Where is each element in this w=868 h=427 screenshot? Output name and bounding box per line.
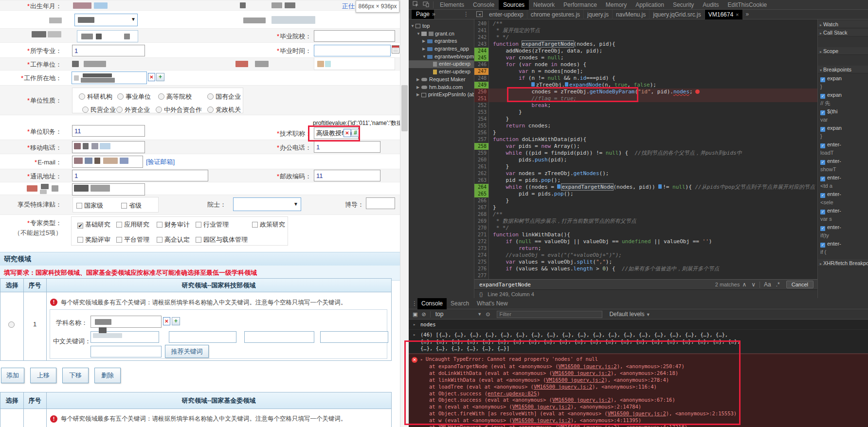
code-line-276[interactable]: 276 if (values && values.length > 0) { /… <box>474 266 817 272</box>
file-tab-jquery.jqGrid.src.js[interactable]: jquery.jqGrid.src.js <box>650 10 705 19</box>
code-line-269[interactable]: 269 * 数据和树节点同步展示，打开当前数据节点的所有父节点 <box>474 218 817 225</box>
code-line-248[interactable]: 248 if (n != null && n.id===pid) { <box>474 75 817 82</box>
recommend-keywords-button[interactable]: 推荐关键词 <box>165 345 209 358</box>
unit-nature-option-民营企业[interactable]: 民营企业 <box>82 106 116 114</box>
expert-type-option-园区与载体管理[interactable]: 园区与载体管理 <box>196 235 248 244</box>
tree-item-hm.baidu.com[interactable]: ▶hm.baidu.com <box>409 84 474 91</box>
breakpoint-checkbox[interactable]: ✓ <box>820 193 825 198</box>
breakpoint-item[interactable]: ✓enter- <box>818 190 868 198</box>
tree-item-printExpPsnInfo (abou[interactable]: ▶printExpPsnInfo (abou <box>409 91 474 99</box>
devtools-tab-memory[interactable]: Memory <box>601 0 631 10</box>
scrollbar-thumb[interactable] <box>401 85 408 131</box>
line-number[interactable]: 251 <box>474 95 489 102</box>
live-expression-icon[interactable]: ⊙ <box>486 311 490 318</box>
device-toolbar-icon[interactable] <box>423 1 429 8</box>
code-line-241[interactable]: 241 * 展开指定的节点 <box>474 27 817 34</box>
unit-nature-option-国有企业[interactable]: 国有企业 <box>207 92 241 101</box>
devtools-tab-performance[interactable]: Performance <box>559 0 601 10</box>
code-line-266[interactable]: 266 } <box>474 197 817 204</box>
picker-add-icon[interactable]: + <box>156 73 164 81</box>
navigator-overflow-icon[interactable]: » <box>432 11 435 18</box>
search-next-icon[interactable]: ∨ <box>751 281 756 288</box>
format-icon[interactable]: {} <box>479 291 483 297</box>
calendar-icon[interactable] <box>392 45 399 53</box>
breakpoint-item[interactable]: ✓expan <box>818 124 868 132</box>
sidebar-pane-scope[interactable]: ▸Scope <box>818 47 868 55</box>
sidebar-pane-breakpoints[interactable]: ▾Breakpoints <box>818 66 868 73</box>
console-entry-array[interactable]: ▸ (46) [{…}, {…}, {…}, {…}, {…}, {…}, {…… <box>409 330 868 354</box>
zip-input[interactable] <box>314 170 380 181</box>
code-line-263[interactable]: 263 pid = pids.pop(); <box>474 177 817 184</box>
tree-item-enter-updexp[interactable]: enter-updexp <box>409 68 474 76</box>
code-line-242[interactable]: 242 * */ <box>474 34 817 41</box>
breakpoint-checkbox[interactable]: ✓ <box>820 226 825 231</box>
breakpoint-item[interactable]: if ( <box>818 248 868 256</box>
code-line-256[interactable]: 256} <box>474 129 817 136</box>
tree-item-grant.cn[interactable]: ▼grant.cn <box>409 30 474 38</box>
line-number[interactable]: 264 <box>474 184 489 191</box>
code-line-253[interactable]: 253 } <box>474 109 817 116</box>
unit-nature-option-高等院校[interactable]: 高等院校 <box>158 92 192 101</box>
expand-icon[interactable]: ▸ <box>413 321 416 328</box>
code-line-270[interactable]: 270 * */ <box>474 225 817 231</box>
line-number[interactable]: 269 <box>474 218 489 225</box>
tree-item-egrantres[interactable]: ▶egrantres <box>409 37 474 45</box>
line-number[interactable]: 245 <box>474 54 489 61</box>
breakpoint-checkbox[interactable]: ✓ <box>820 110 825 115</box>
office-phone-input[interactable] <box>314 141 380 153</box>
console-error-entry[interactable]: ✕ ▸ Uncaught TypeError: Cannot read prop… <box>409 354 868 427</box>
search-cancel-button[interactable]: Cancel <box>786 281 814 288</box>
unit-nature-option-中外合资合作[interactable]: 中外合资合作 <box>156 106 202 114</box>
code-line-250[interactable]: 250 cnodes = zTreeObj.getNodeByParam("id… <box>474 89 817 95</box>
expert-type-option-平台管理[interactable]: 平台管理 <box>116 235 149 244</box>
code-line-252[interactable]: 252 break; <box>474 102 817 109</box>
collapse-icon[interactable]: ▸ <box>413 331 416 338</box>
sidebar-pane-watch[interactable]: ▸Watch <box>818 20 868 28</box>
breakpoint-item[interactable]: // 先 <box>818 99 868 107</box>
code-line-275[interactable]: 275 var values = valueObj.split(","); <box>474 259 817 266</box>
clear-icon[interactable]: ✕ <box>148 73 155 81</box>
breakpoint-checkbox[interactable]: ✓ <box>820 77 825 82</box>
close-tab-icon[interactable]: × <box>736 10 739 19</box>
breakpoint-item[interactable]: ✓enter- <box>818 207 868 215</box>
stack-frame-link[interactable]: VM16500 jquery.js:2 <box>546 377 604 383</box>
academician-select[interactable]: ▼ <box>233 197 301 211</box>
devtools-tab-elements[interactable]: Elements <box>435 0 469 10</box>
devtools-tab-network[interactable]: Network <box>529 0 559 10</box>
code-line-277[interactable]: 277 <box>474 272 817 279</box>
tree-item-Request Maker[interactable]: ▶Request Maker <box>409 76 474 84</box>
console-tab-search[interactable]: Search <box>447 298 473 309</box>
console-tab-console[interactable]: Console <box>417 298 447 309</box>
subject-input[interactable] <box>90 316 162 328</box>
keyword-input[interactable] <box>320 331 388 343</box>
clear-console-icon[interactable]: ⊘ <box>421 311 426 318</box>
breakpoint-checkbox[interactable]: ✓ <box>820 143 825 148</box>
expert-type-option-政策研究[interactable]: 政策研究 <box>252 220 285 229</box>
stack-frame-link[interactable]: VM16500 jquery.js:2 <box>512 404 571 409</box>
stack-frame-link[interactable]: VM16500 jquery.js:2 <box>534 384 592 390</box>
search-prev-icon[interactable]: ∧ <box>742 281 746 288</box>
code-line-246[interactable]: 246 for (var node in nodes) { <box>474 61 817 68</box>
clear-icon[interactable]: ✕ <box>163 317 170 325</box>
line-number[interactable]: 256 <box>474 129 489 136</box>
line-number[interactable]: 258 <box>474 143 489 150</box>
stack-frame-link[interactable]: VM16500 jquery.js:2 <box>552 370 611 376</box>
line-number[interactable]: 249 <box>474 82 489 89</box>
breakpoint-checkbox[interactable]: ✓ <box>820 160 825 165</box>
code-line-261[interactable]: 261 } <box>474 163 817 170</box>
breakpoint-item[interactable]: ✓enter- <box>818 240 868 248</box>
search-query[interactable]: expandTargetNode <box>479 282 531 288</box>
code-line-262[interactable]: 262 var nodes = zTreeObj.getNodes(); <box>474 170 817 177</box>
log-levels-selector[interactable]: Default levels ▼ <box>609 311 650 318</box>
code-line-268[interactable]: 268/** <box>474 211 817 218</box>
code-line-247[interactable]: 247 var n = nodes[node]; <box>474 68 817 75</box>
breakpoint-item[interactable]: } <box>818 83 868 91</box>
breakpoint-item[interactable]: if(ty <box>818 231 868 240</box>
allowance-option-省级[interactable]: 省级 <box>121 201 142 210</box>
expand-icon[interactable]: ▸ <box>420 357 426 362</box>
code-line-271[interactable]: 271function linkWithData(){ <box>474 231 817 238</box>
navigator-menu-icon[interactable]: ⋮ <box>463 11 469 18</box>
verify-email-link[interactable]: [验证邮箱] <box>146 158 175 166</box>
allowance-option-国家级[interactable]: 国家级 <box>76 201 103 210</box>
breakpoint-item[interactable]: ✓$(thi <box>818 107 868 116</box>
